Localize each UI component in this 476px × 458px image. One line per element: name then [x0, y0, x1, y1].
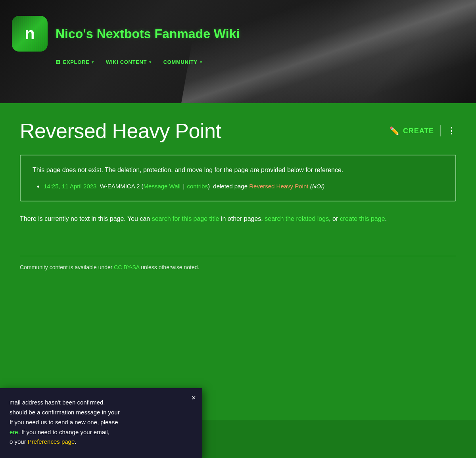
- more-options-button[interactable]: ⋮: [447, 126, 456, 136]
- header-content: n Nico's Nextbots Fanmade Wiki ⊞ EXPLORE…: [0, 0, 476, 73]
- nav-wiki-content-label: WIKI CONTENT: [106, 59, 147, 65]
- close-popup-button[interactable]: ×: [191, 394, 196, 402]
- nav-item-community[interactable]: COMMUNITY ▾: [163, 59, 202, 65]
- notif-line5-after: .: [75, 438, 76, 445]
- notif-line3: If you need us to send a new one, please: [10, 419, 118, 425]
- contribs-link[interactable]: contribs: [187, 183, 208, 190]
- header-top: n Nico's Nextbots Fanmade Wiki: [12, 16, 464, 52]
- notif-resend-link[interactable]: ere: [10, 429, 18, 435]
- header-banner: n Nico's Nextbots Fanmade Wiki ⊞ EXPLORE…: [0, 0, 476, 103]
- notification-popup: × mail address hasn't been confirmed. sh…: [0, 388, 202, 458]
- footer-text-after: unless otherwise noted.: [139, 264, 199, 270]
- log-suffix: (NOI): [310, 183, 325, 190]
- footer-text: Community content is available under CC …: [20, 264, 456, 270]
- create-button[interactable]: ✏️ CREATE: [390, 126, 434, 136]
- no-text-end: .: [385, 215, 387, 222]
- footer-area: Community content is available under CC …: [20, 256, 456, 270]
- create-label: CREATE: [403, 127, 434, 135]
- warning-box: This page does not exist. The deletion, …: [20, 155, 456, 201]
- nav-community-label: COMMUNITY: [163, 59, 198, 65]
- log-timestamp-link[interactable]: 14:25, 11 April 2023: [44, 183, 96, 190]
- notif-line5-before: o your: [10, 438, 28, 445]
- notif-line2: should be a confirmation message in your: [10, 409, 120, 416]
- message-wall-link[interactable]: Message Wall: [144, 183, 181, 190]
- nav-item-explore[interactable]: ⊞ EXPLORE ▾: [56, 59, 94, 65]
- search-title-link[interactable]: search for this page title: [152, 215, 219, 222]
- notif-line4: . If you need to change your email,: [18, 429, 109, 435]
- no-text-middle1: in other pages,: [219, 215, 265, 222]
- notif-line1: mail address hasn't been confirmed.: [10, 399, 105, 406]
- logo-letter: n: [25, 24, 35, 43]
- log-list: 14:25, 11 April 2023 W-EAMMICA 2 (Messag…: [44, 182, 443, 191]
- footer-text-before: Community content is available under: [20, 264, 114, 270]
- title-actions: ✏️ CREATE ⋮: [390, 125, 456, 136]
- no-text-paragraph: There is currently no text in this page.…: [20, 213, 456, 224]
- main-nav: ⊞ EXPLORE ▾ WIKI CONTENT ▾ COMMUNITY ▾: [56, 59, 464, 65]
- create-page-link[interactable]: create this page: [340, 215, 385, 222]
- wiki-logo: n: [12, 16, 48, 52]
- license-link[interactable]: CC BY-SA: [114, 264, 139, 270]
- pencil-icon: ✏️: [390, 126, 400, 136]
- preferences-link[interactable]: Preferences page: [28, 438, 75, 445]
- nav-explore-label: EXPLORE: [63, 59, 90, 65]
- page-title-row: Reversed Heavy Point ✏️ CREATE ⋮: [20, 119, 456, 143]
- actions-divider: [440, 125, 441, 136]
- log-entry: 14:25, 11 April 2023 W-EAMMICA 2 (Messag…: [44, 182, 443, 191]
- explore-icon: ⊞: [56, 59, 61, 65]
- explore-chevron-icon: ▾: [92, 60, 94, 64]
- wiki-content-chevron-icon: ▾: [149, 60, 152, 64]
- no-text-before: There is currently no text in this page.…: [20, 215, 152, 222]
- no-text-middle2: , or: [329, 215, 340, 222]
- warning-paragraph: This page does not exist. The deletion, …: [33, 165, 443, 175]
- log-user: W-EAMMICA 2: [100, 183, 140, 190]
- log-page-name-link[interactable]: Reversed Heavy Point: [249, 183, 308, 190]
- wiki-title: Nico's Nextbots Fanmade Wiki: [56, 27, 240, 41]
- log-action: deleted page: [213, 183, 248, 190]
- main-content: Reversed Heavy Point ✏️ CREATE ⋮ This pa…: [0, 103, 476, 420]
- search-logs-link[interactable]: search the related logs: [265, 215, 329, 222]
- community-chevron-icon: ▾: [200, 60, 202, 64]
- log-pipe: |: [181, 183, 186, 190]
- page-title: Reversed Heavy Point: [20, 119, 221, 143]
- more-options-icon: ⋮: [447, 126, 456, 136]
- nav-item-wiki-content[interactable]: WIKI CONTENT ▾: [106, 59, 152, 65]
- notification-text: mail address hasn't been confirmed. shou…: [10, 398, 182, 447]
